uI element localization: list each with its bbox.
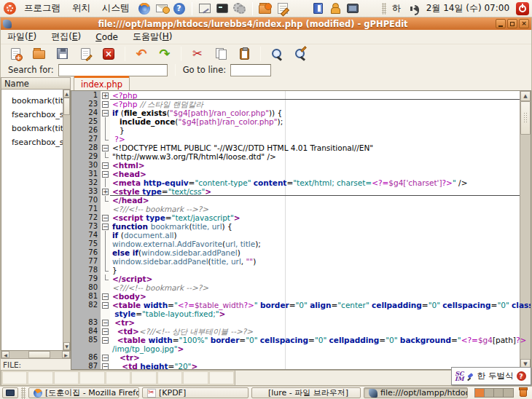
save-as-button[interactable] bbox=[77, 46, 94, 62]
scroll-up-arrow[interactable]: ▲ bbox=[63, 90, 70, 98]
code-line[interactable]: 23−<?php // 스타일 랜덤칼라 bbox=[71, 100, 520, 108]
ime-indicator[interactable]: 하 bbox=[391, 2, 402, 15]
pushpin-icon[interactable] bbox=[467, 373, 474, 380]
fold-marker[interactable]: − bbox=[101, 222, 110, 231]
find-button[interactable] bbox=[268, 46, 286, 62]
menubar-item-h[interactable]: 도움말(H) bbox=[133, 31, 172, 43]
code-line[interactable]: 71<?//<!-- bookmark -->?> bbox=[71, 205, 520, 213]
keyboard-layout-indicator[interactable]: 두벌식 bbox=[488, 371, 514, 382]
firefox-launcher-icon[interactable] bbox=[138, 2, 151, 15]
workspace-3[interactable] bbox=[494, 389, 504, 397]
code-line[interactable]: 78} bbox=[71, 266, 520, 274]
line-number[interactable]: 31 bbox=[71, 170, 101, 178]
line-number[interactable]: 73 bbox=[71, 222, 101, 231]
line-number[interactable]: 82 bbox=[71, 301, 101, 309]
fold-marker[interactable]: − bbox=[101, 292, 110, 301]
fold-marker[interactable]: − bbox=[101, 318, 110, 327]
goto-line-input[interactable] bbox=[230, 64, 271, 76]
code-line[interactable]: 81−<body> bbox=[71, 292, 520, 301]
fold-marker[interactable]: − bbox=[101, 108, 110, 117]
search-input[interactable] bbox=[58, 64, 168, 76]
line-number[interactable]: 24 bbox=[71, 108, 101, 117]
code-line[interactable]: 33+<style type="text/css"> bbox=[71, 187, 520, 196]
code-line[interactable]: 24−if (file_exists("$g4[path]/ran_color.… bbox=[71, 108, 520, 117]
line-number[interactable]: 26 bbox=[71, 126, 101, 135]
line-number[interactable]: 29 bbox=[71, 152, 101, 161]
folder-launcher-icon[interactable] bbox=[259, 2, 272, 15]
line-number[interactable]: 72 bbox=[71, 213, 101, 222]
fold-marker[interactable]: + bbox=[101, 187, 110, 196]
line-number[interactable]: 23 bbox=[71, 100, 101, 108]
scrollbar-thumb[interactable] bbox=[63, 98, 70, 115]
line-number[interactable]: 77 bbox=[71, 257, 101, 266]
workspace-1[interactable] bbox=[475, 389, 485, 397]
line-number[interactable]: 30 bbox=[71, 161, 101, 170]
code-line[interactable]: 28−<!DOCTYPE HTML PUBLIC "-//W3C//DTD HT… bbox=[71, 143, 520, 152]
line-number[interactable]: 83 bbox=[71, 318, 101, 327]
line-number[interactable]: 81 bbox=[71, 292, 101, 301]
code-line[interactable]: 75window.external.AddFavorite(url, title… bbox=[71, 240, 520, 248]
close-button[interactable]: × bbox=[519, 19, 529, 28]
document-icon[interactable] bbox=[311, 2, 324, 15]
code-line[interactable]: /img/tp_logo.jpg"> bbox=[71, 344, 520, 353]
terminal-icon[interactable] bbox=[216, 2, 229, 15]
workspace-2[interactable] bbox=[485, 389, 494, 397]
code-line[interactable]: 84− <td><?//<!-- 상단 내부테이블 -->?> bbox=[71, 327, 520, 336]
screenshot-icon[interactable] bbox=[198, 2, 211, 15]
function-list-item[interactable]: fsearchbox_su bbox=[1, 135, 70, 149]
line-number[interactable]: 86 bbox=[71, 353, 101, 362]
show-desktop-button[interactable] bbox=[2, 387, 18, 398]
taskbar-item[interactable]: file:///opt/lampp/htdocs/lu... bbox=[364, 387, 468, 398]
code-line[interactable]: 26 } bbox=[71, 126, 520, 135]
cut-button[interactable]: ✂ bbox=[189, 46, 206, 62]
fold-marker[interactable]: − bbox=[101, 213, 110, 222]
code-line[interactable]: 76else if(window.sidebar.addPanel) bbox=[71, 248, 520, 257]
replace-button[interactable] bbox=[292, 46, 309, 62]
close-file-button[interactable]: × bbox=[100, 46, 117, 62]
undo-button[interactable]: ↶ bbox=[133, 46, 150, 62]
line-number[interactable]: 85 bbox=[71, 336, 101, 344]
code-line[interactable]: 27 ?> bbox=[71, 135, 520, 143]
scroll-left-arrow[interactable]: ◀ bbox=[1, 351, 9, 358]
code-line[interactable]: 73−function bookmark(title, url) { bbox=[71, 222, 520, 231]
code-line[interactable]: 1+<?php bbox=[71, 91, 520, 100]
im-client-icon[interactable] bbox=[329, 2, 342, 15]
line-number[interactable]: 33 bbox=[71, 187, 101, 196]
scroll-right-arrow[interactable]: ▶ bbox=[62, 351, 70, 358]
fold-marker[interactable]: − bbox=[101, 301, 110, 309]
line-number[interactable]: 25 bbox=[71, 117, 101, 126]
line-number[interactable]: 80 bbox=[71, 283, 101, 292]
logout-power-button[interactable] bbox=[516, 2, 529, 15]
menu-system[interactable]: 시스템 bbox=[98, 1, 133, 16]
function-list-item[interactable]: bookmark(title bbox=[1, 122, 70, 135]
line-number[interactable] bbox=[71, 309, 101, 318]
scroll-up-arrow[interactable]: ▲ bbox=[520, 91, 531, 101]
taskbar-item[interactable]: [도훈이집 - Mozilla Firefox] bbox=[28, 387, 139, 398]
fold-marker[interactable]: − bbox=[101, 353, 110, 362]
line-number[interactable]: 78 bbox=[71, 266, 101, 274]
taskbar-drag-handle[interactable] bbox=[21, 387, 26, 399]
line-number[interactable]: 70 bbox=[71, 196, 101, 205]
fold-marker[interactable]: − bbox=[101, 336, 110, 344]
scrollbar-thumb[interactable] bbox=[520, 101, 531, 135]
code-line[interactable]: 80<?//<!-- bookmark -->?> bbox=[71, 283, 520, 292]
line-number[interactable]: 32 bbox=[71, 178, 101, 187]
code-line[interactable]: 31−<head> bbox=[71, 170, 520, 178]
hangul-mode-indicator[interactable]: 한 bbox=[477, 371, 486, 382]
function-list-item[interactable]: bookmark(title bbox=[1, 94, 70, 108]
fold-marker[interactable]: − bbox=[101, 100, 110, 108]
clock[interactable]: 2월 14일 (수) 07:00 bbox=[424, 2, 512, 15]
line-number[interactable]: 75 bbox=[71, 240, 101, 248]
code-line[interactable]: 82−<table width="<?=$table_width?>" bord… bbox=[71, 301, 520, 309]
window-titlebar[interactable]: file:///opt/lampp/htdocs/lurebbs4/index.… bbox=[1, 17, 531, 30]
minimize-button[interactable] bbox=[496, 19, 506, 28]
menu-applications[interactable]: 프로그램 bbox=[20, 1, 64, 16]
scim-help-icon[interactable]: ? bbox=[517, 371, 526, 381]
menubar-item-e[interactable]: 편집(E) bbox=[51, 31, 81, 43]
taskbar-item[interactable]: [KPDF] bbox=[142, 387, 249, 398]
remote-desktop-icon[interactable] bbox=[346, 2, 359, 15]
code-line[interactable]: 72−<script type="text/javascript"> bbox=[71, 213, 520, 222]
code-line[interactable]: 83− <tr> bbox=[71, 318, 520, 327]
sidebar-name-header[interactable]: Name bbox=[1, 77, 71, 90]
sidebar-vertical-scrollbar[interactable]: ▲ ▼ bbox=[63, 90, 70, 350]
